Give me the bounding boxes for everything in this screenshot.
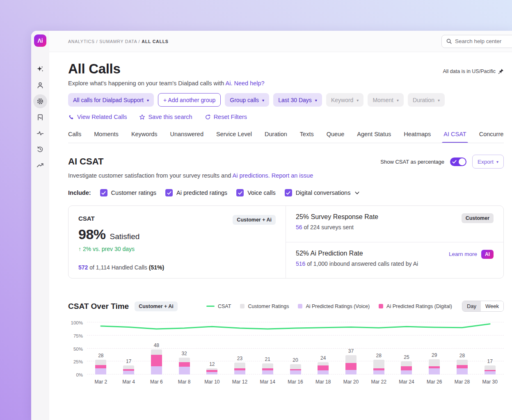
gear-icon[interactable] <box>33 94 47 108</box>
ai-predictions-link[interactable]: Ai predictions. <box>233 172 270 179</box>
rated-calls-link[interactable]: 516 <box>296 260 305 267</box>
bar-segment[interactable] <box>95 360 106 365</box>
tab-service-level[interactable]: Service Level <box>216 131 252 143</box>
trending-up-icon[interactable] <box>33 158 47 172</box>
ai-badge[interactable]: AI <box>481 250 494 259</box>
pin-icon[interactable] <box>498 68 504 74</box>
bar-segment[interactable] <box>262 363 273 368</box>
bar-segment[interactable] <box>262 370 273 374</box>
checkbox-customer-ratings[interactable]: Customer ratings <box>100 189 156 196</box>
bar-segment[interactable] <box>401 370 412 374</box>
bar-segment[interactable] <box>401 361 412 366</box>
person-icon[interactable] <box>33 78 47 92</box>
export-button[interactable]: Export▾ <box>472 155 504 169</box>
duration-chip[interactable]: Duration▾ <box>408 93 445 107</box>
tab-heatmaps[interactable]: Heatmaps <box>404 131 431 143</box>
checkbox-voice-calls[interactable]: Voice calls <box>236 189 276 196</box>
checkbox-ai-predicted-ratings[interactable]: Ai predicted ratings <box>165 189 227 196</box>
bar-group[interactable]: 28 <box>365 322 393 374</box>
day-button[interactable]: Day <box>462 301 481 311</box>
bar-segment[interactable] <box>485 365 496 370</box>
bar-segment[interactable] <box>290 364 301 370</box>
pulse-icon[interactable] <box>33 126 47 140</box>
bar-group[interactable]: 12 <box>198 322 226 374</box>
add-group-button[interactable]: + Add another group <box>158 93 221 107</box>
dialpad-ai-logo[interactable]: Λi <box>34 34 46 47</box>
bar-group[interactable]: 28 <box>448 322 476 374</box>
tab-concurrent[interactable]: Concurrent <box>479 131 504 143</box>
bar-group[interactable]: 17 <box>476 322 504 374</box>
keyword-chip[interactable]: Keyword▾ <box>326 93 364 107</box>
bar-segment[interactable] <box>151 349 162 355</box>
bar-segment[interactable] <box>401 366 412 370</box>
report-issue-link[interactable]: Report an issue <box>272 172 313 179</box>
bar-segment[interactable] <box>318 370 329 374</box>
bar-group[interactable]: 32 <box>170 322 198 374</box>
save-search-link[interactable]: Save this search <box>139 114 192 120</box>
bar-segment[interactable] <box>179 367 190 374</box>
tab-duration[interactable]: Duration <box>265 131 287 143</box>
tab-keywords[interactable]: Keywords <box>131 131 158 143</box>
bar-segment[interactable] <box>95 368 106 374</box>
bar-segment[interactable] <box>234 370 245 374</box>
bar-segment[interactable] <box>457 365 468 368</box>
tab-queue[interactable]: Queue <box>327 131 345 143</box>
tab-texts[interactable]: Texts <box>300 131 314 143</box>
tab-agent-status[interactable]: Agent Status <box>357 131 391 143</box>
tab-ai-csat[interactable]: AI CSAT <box>443 131 466 143</box>
bar-segment[interactable] <box>206 372 217 374</box>
bar-segment[interactable] <box>345 363 357 370</box>
bar-segment[interactable] <box>123 365 134 369</box>
bar-segment[interactable] <box>123 371 134 374</box>
bar-group[interactable]: 48 <box>142 322 170 374</box>
bar-group[interactable]: 29 <box>421 322 448 374</box>
surveys-link[interactable]: 56 <box>296 224 302 231</box>
date-range-chip[interactable]: Last 30 Days▾ <box>273 93 322 107</box>
group-filter-chip[interactable]: All calls for Dialpad Support▾ <box>68 93 154 107</box>
bar-segment[interactable] <box>179 358 190 362</box>
sparkle-icon[interactable] <box>33 62 47 76</box>
bar-segment[interactable] <box>485 371 496 374</box>
bar-segment[interactable] <box>95 365 106 368</box>
chevron-down-icon[interactable] <box>354 190 360 196</box>
handled-calls-link[interactable]: 572 <box>78 264 88 271</box>
bar-segment[interactable] <box>457 360 468 365</box>
bar-segment[interactable] <box>457 368 468 374</box>
bar-segment[interactable] <box>179 362 190 367</box>
tab-calls[interactable]: Calls <box>68 131 81 143</box>
breadcrumb-summary-data[interactable]: SUMAMRY DATA / <box>99 39 140 44</box>
saved-search-icon[interactable] <box>33 110 47 124</box>
bar-segment[interactable] <box>345 370 357 374</box>
breadcrumb-analytics[interactable]: ANALYTICS / <box>68 39 98 44</box>
view-related-calls-link[interactable]: View Related Calls <box>68 114 127 120</box>
bar-group[interactable]: 28 <box>87 322 115 374</box>
history-icon[interactable] <box>33 142 47 156</box>
bar-segment[interactable] <box>373 370 384 374</box>
reset-filters-link[interactable]: Reset Filters <box>205 114 247 120</box>
bar-segment[interactable] <box>429 368 440 374</box>
bar-group[interactable]: 21 <box>254 322 281 374</box>
group-calls-chip[interactable]: Group calls▾ <box>225 93 269 107</box>
bar-segment[interactable] <box>290 370 301 374</box>
bar-group[interactable]: 20 <box>281 322 309 374</box>
bar-group[interactable]: 37 <box>337 322 365 374</box>
bar-segment[interactable] <box>373 360 384 368</box>
search-input[interactable] <box>455 38 508 44</box>
bar-group[interactable]: 23 <box>226 322 254 374</box>
bar-segment[interactable] <box>345 355 357 363</box>
bar-segment[interactable] <box>151 366 162 374</box>
tab-moments[interactable]: Moments <box>94 131 119 143</box>
bar-group[interactable]: 24 <box>309 322 337 374</box>
bar-segment[interactable] <box>234 363 245 368</box>
week-button[interactable]: Week <box>481 301 503 311</box>
tab-unanswered[interactable]: Unanswered <box>170 131 203 143</box>
bar-group[interactable]: 17 <box>115 322 143 374</box>
help-search[interactable] <box>441 35 512 48</box>
bar-segment[interactable] <box>429 359 440 366</box>
learn-more-link[interactable]: Learn more <box>449 251 477 257</box>
bar-segment[interactable] <box>318 362 329 366</box>
bar-segment[interactable] <box>151 355 162 366</box>
need-help-link[interactable]: Ai. Need help? <box>226 80 265 87</box>
bar-segment[interactable] <box>318 365 329 370</box>
csat-percentage-toggle[interactable] <box>450 158 466 166</box>
